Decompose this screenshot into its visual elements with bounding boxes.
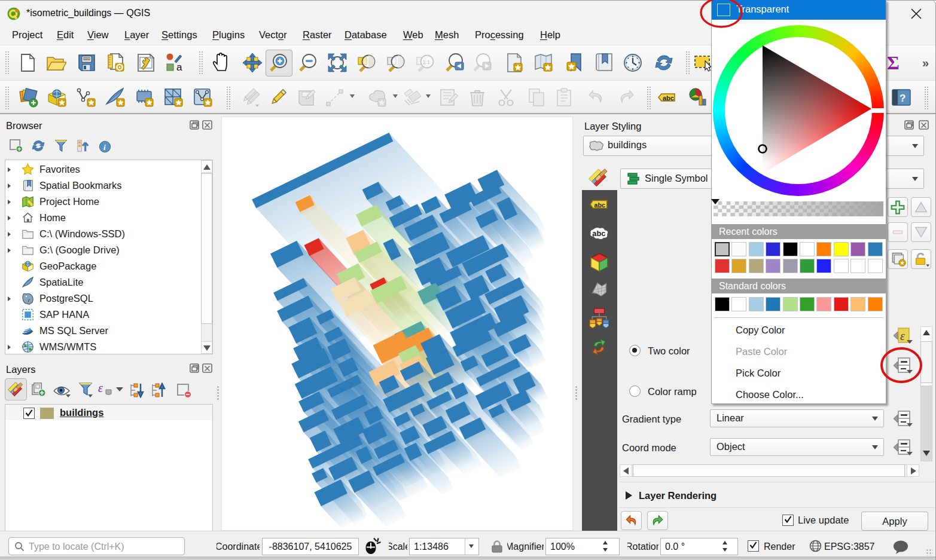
svg-text:?: ? [900, 93, 905, 104]
svg-text:Σ: Σ [887, 52, 900, 72]
svg-text:ε: ε [900, 329, 905, 342]
svg-text:ε: ε [98, 381, 103, 394]
svg-text:abc: abc [663, 94, 674, 102]
svg-text:i: i [103, 143, 106, 152]
svg-text:abc: abc [594, 201, 605, 209]
svg-text:1:1: 1:1 [423, 59, 431, 65]
svg-text:abc: abc [592, 229, 605, 238]
svg-text:a: a [176, 62, 182, 73]
